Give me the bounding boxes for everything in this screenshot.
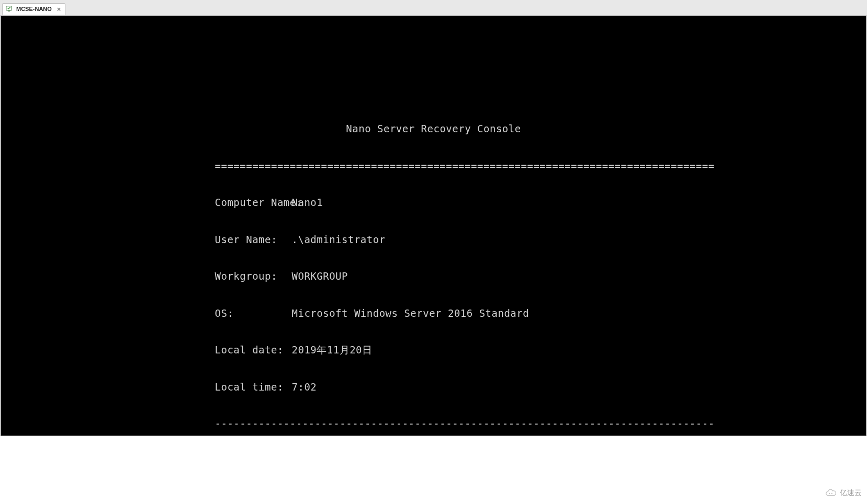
- watermark-text: 亿速云: [840, 488, 862, 498]
- info-os: OS:Microsoft Windows Server 2016 Standar…: [215, 307, 652, 320]
- svg-point-3: [831, 493, 832, 494]
- bottom-area: [0, 436, 867, 504]
- svg-point-2: [829, 493, 830, 494]
- info-local-time: Local time:7:02: [215, 381, 652, 394]
- svg-rect-1: [8, 11, 10, 12]
- equal-divider: ========================================…: [215, 160, 652, 173]
- dash-divider: ----------------------------------------…: [215, 418, 652, 430]
- monitor-icon: [6, 5, 13, 13]
- watermark: 亿速云: [825, 488, 862, 498]
- cloud-icon: [825, 488, 837, 498]
- console-frame: Nano Server Recovery Console ===========…: [1, 16, 866, 436]
- vm-tab[interactable]: MCSE-NANO ×: [2, 3, 65, 15]
- info-user-name: User Name:.\administrator: [215, 234, 652, 246]
- console-title: Nano Server Recovery Console: [215, 123, 652, 135]
- recovery-console[interactable]: Nano Server Recovery Console ===========…: [1, 16, 866, 436]
- tab-label: MCSE-NANO: [16, 6, 52, 12]
- info-local-date: Local date:2019年11月20日: [215, 344, 652, 357]
- close-icon[interactable]: ×: [57, 5, 61, 13]
- info-computer-name: Computer Name:Nano1: [215, 197, 652, 209]
- tab-bar: MCSE-NANO ×: [0, 0, 867, 16]
- info-workgroup: Workgroup:WORKGROUP: [215, 270, 652, 283]
